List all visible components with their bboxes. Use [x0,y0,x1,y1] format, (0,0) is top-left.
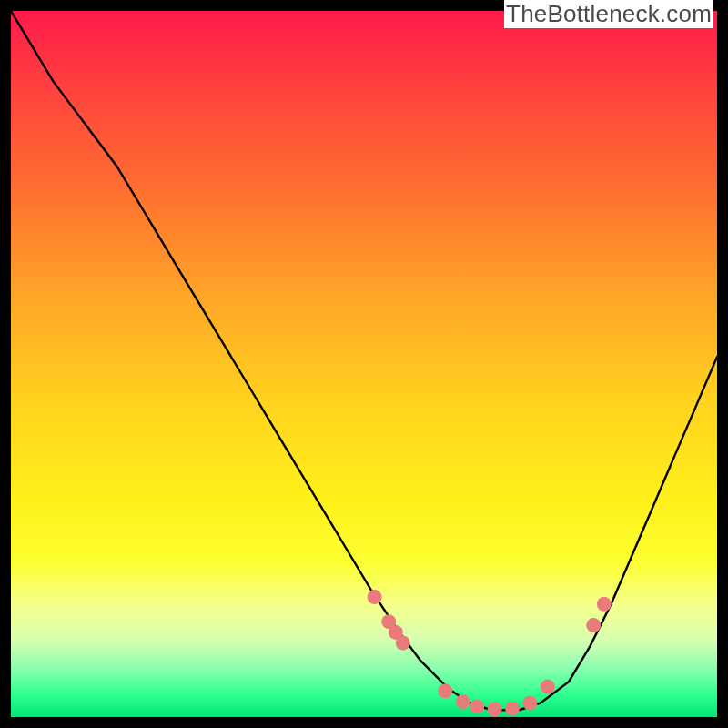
curve-marker [368,590,382,604]
chart-svg [11,11,717,717]
curve-marker [505,702,520,716]
curve-marker [456,694,470,709]
curve-marker [541,680,555,694]
curve-marker [488,703,502,717]
curve-marker [438,683,452,698]
curve-marker [396,636,410,651]
curve-markers [368,590,612,716]
curve-marker [597,597,612,612]
watermark-text: TheBottleneck.com [504,0,713,28]
curve-marker [522,696,537,711]
curve-marker [586,618,601,632]
curve-marker [470,699,484,713]
